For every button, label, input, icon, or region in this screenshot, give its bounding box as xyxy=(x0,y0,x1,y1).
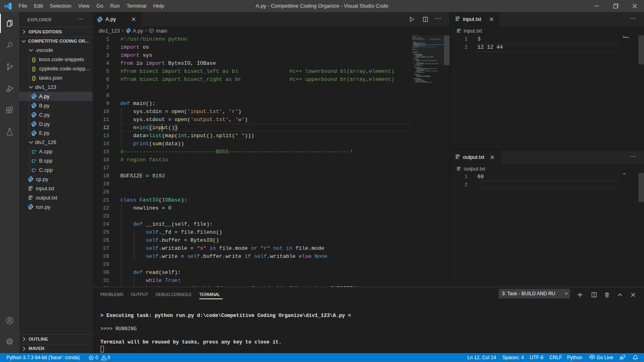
svg-text:+: + xyxy=(35,158,37,162)
svg-text:{}: {} xyxy=(32,57,36,62)
svg-text:{}: {} xyxy=(32,66,36,72)
svg-text:{}: {} xyxy=(32,75,36,81)
svg-text:+: + xyxy=(35,149,37,152)
svg-text:+: + xyxy=(35,167,37,171)
